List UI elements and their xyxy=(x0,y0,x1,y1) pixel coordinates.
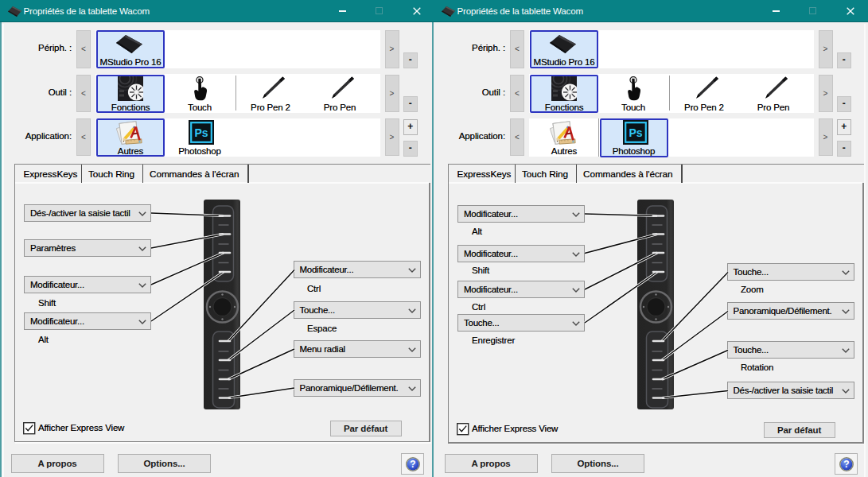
svg-text:?: ? xyxy=(843,459,849,470)
svg-text:Ps: Ps xyxy=(629,126,642,139)
svg-text:Ps: Ps xyxy=(194,126,208,139)
svg-text:?: ? xyxy=(410,459,415,470)
